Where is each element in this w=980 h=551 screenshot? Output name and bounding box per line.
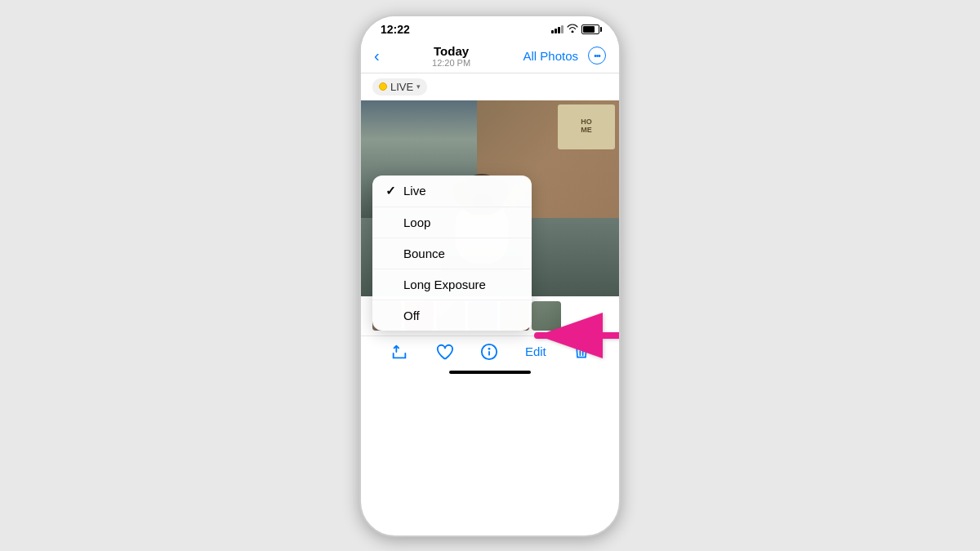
bounce-option-label: Bounce [403, 247, 445, 260]
dropdown-item-loop[interactable]: Loop [372, 207, 532, 238]
edit-label: Edit [525, 344, 546, 358]
nav-bar: ‹ Today 12:20 PM All Photos ••• [361, 39, 619, 73]
loop-option-label: Loop [403, 216, 430, 229]
live-label: LIVE [390, 81, 413, 93]
photo-section: ✓ Live Loop Bounce Long Exposure Off [361, 100, 619, 296]
nav-title: Today [432, 44, 470, 58]
more-icon: ••• [594, 51, 600, 60]
phone-frame: 12:22 [359, 15, 621, 537]
live-circle-icon [379, 82, 387, 91]
live-button-bar: LIVE ▾ [361, 73, 619, 100]
back-button[interactable]: ‹ [374, 47, 380, 65]
status-time: 12:22 [381, 23, 410, 36]
bottom-toolbar: Edit [361, 335, 619, 367]
thumbnail-6[interactable] [532, 301, 561, 331]
dropdown-item-bounce[interactable]: Bounce [372, 238, 532, 269]
nav-right: All Photos ••• [523, 47, 606, 64]
more-button[interactable]: ••• [588, 47, 606, 64]
live-option-label: Live [403, 184, 426, 198]
dropdown-item-long-exposure[interactable]: Long Exposure [372, 269, 532, 300]
battery-icon [581, 24, 599, 34]
favorite-button[interactable] [435, 343, 453, 361]
edit-button[interactable]: Edit [525, 344, 546, 358]
status-icons [551, 24, 599, 34]
off-option-label: Off [403, 309, 420, 322]
delete-button[interactable] [573, 343, 590, 361]
signal-icon [551, 25, 564, 33]
wifi-icon [567, 24, 578, 34]
nav-subtitle: 12:20 PM [432, 58, 470, 68]
chevron-down-icon: ▾ [416, 82, 421, 91]
live-button[interactable]: LIVE ▾ [372, 78, 427, 96]
nav-center: Today 12:20 PM [432, 44, 470, 68]
dropdown-item-live[interactable]: ✓ Live [372, 176, 532, 207]
live-dropdown-menu: ✓ Live Loop Bounce Long Exposure Off [372, 176, 532, 331]
share-button[interactable] [390, 343, 408, 361]
status-bar: 12:22 [361, 16, 619, 39]
all-photos-button[interactable]: All Photos [523, 49, 578, 63]
long-exposure-option-label: Long Exposure [403, 278, 486, 291]
info-button[interactable] [480, 343, 498, 361]
checkmark-icon: ✓ [385, 184, 400, 198]
pillow-decor: HOME [558, 104, 615, 149]
home-bar [449, 371, 531, 374]
dropdown-item-off[interactable]: Off [372, 300, 532, 331]
home-indicator [361, 367, 619, 380]
